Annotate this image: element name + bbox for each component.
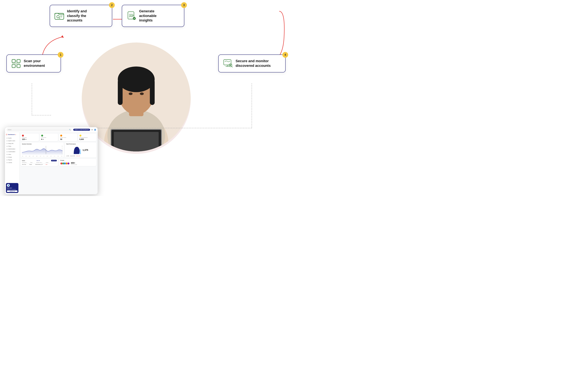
svg-rect-7 [118,79,122,105]
performance-donut [73,145,81,155]
sidebar-item-groups[interactable]: Groups [6,156,18,158]
system-users-value: 50 [60,138,76,140]
svg-text:3k: 3k [62,150,63,150]
stat-total-assets: Total Assets 4 + [40,134,58,141]
legend-s: ● S 313 [66,156,69,156]
dashboard-mockup: Search 🔍 Switch to Audit Dashboard ⚙ 👤 ⬡… [5,127,98,194]
generated-reports-icon [80,134,82,136]
groups-value: 400+ [71,162,77,164]
sidebar-item-assets[interactable]: Assets [6,137,18,139]
total-assets-icon [41,134,43,136]
sidebar-item-reports[interactable]: Reports [6,159,18,161]
users-table-card: Users View All Add User Username ↑ Role … [21,159,58,166]
total-users-icon [22,134,24,136]
dashboard-search[interactable]: Search 🔍 [6,128,72,132]
total-performance-title: Total Performance [66,144,95,144]
total-assets-label: Total Assets [41,137,57,138]
performance-legend: ● S 313 ● System 341 ● Others 12 [66,156,95,156]
total-users-label: Total Users [22,137,38,138]
sidebar-logo-text: Dashboard [8,134,15,135]
tables-row: Users View All Add User Username ↑ Role … [21,159,96,166]
step-number-2: 2 [109,2,115,8]
stat-system-users: System Users 50 [59,134,77,141]
legend-others: ● Others 12 [76,156,80,156]
users-view-all[interactable]: View All [36,160,40,161]
help-person-icon: 👤 [8,184,9,186]
step-title-2: Identify andclassify theaccounts [67,9,87,23]
step-number-4: 4 [282,52,288,58]
total-performance-card: Total Performance 1,375 [65,142,96,158]
svg-line-34 [232,66,232,67]
folder-icon [54,11,64,21]
step-card-3: 3 Generateactionableinsights [122,5,184,27]
sidebar-item-system-users[interactable]: System Users [6,140,18,142]
contact-us-button[interactable]: CONTACT US [7,190,18,192]
legend-system: ● System 341 [70,156,75,156]
svg-rect-18 [17,64,20,68]
dashboard-body: ⬡ Dashboard β Assets System Users Setup … [5,132,98,194]
sidebar-item-customisation[interactable]: Customisation [6,151,18,153]
scan-icon [11,59,21,68]
stats-row: Total Users 120 + Total Assets 4 + Syste… [21,134,96,141]
generated-reports-value: 5,600 [80,138,95,140]
step-title-1: Scan yourenvironment [24,59,45,68]
dashed-line-2 [32,115,51,116]
performance-value: 1,375 [82,149,88,151]
total-assets-value: 4 + [41,138,57,140]
edit-user-link[interactable]: Edit [46,164,47,165]
svg-point-28 [133,17,136,20]
svg-rect-16 [17,60,20,63]
performance-chart-area: 1,375 [66,145,95,155]
step-card-2: 2 Identify andclassify theaccounts [50,5,112,27]
switch-dashboard-button[interactable]: Switch to Audit Dashboard [73,129,90,131]
add-user-button[interactable]: Add User [51,160,57,162]
charts-row: Session Overview [21,142,96,158]
groups-content: 400+ Total Accounts [60,162,95,165]
help-box: 👤 Need help? Getting stuck somewhere CON… [6,183,18,193]
performance-value-container: 1,375 [82,149,88,151]
monitor-icon [223,59,233,68]
avatar-5 [67,162,70,164]
svg-point-9 [129,92,132,95]
groups-table-card: Groups 400+ [59,159,96,166]
sidebar-item-authentication[interactable]: Authentication [6,148,18,150]
help-title: Need help? [7,188,18,188]
groups-table-header: Groups [60,160,95,161]
sidebar-item-license[interactable]: License [6,162,18,164]
svg-text:4k: 4k [62,148,63,148]
groups-stats: 400+ Total Accounts [71,162,77,165]
system-users-icon [60,134,62,136]
dashboard-sidebar: ⬡ Dashboard β Assets System Users Setup … [5,132,20,194]
sidebar-item-policy[interactable]: Policy [6,145,18,147]
profile-icon: 👤 [94,129,96,130]
groups-table-title: Groups [60,160,64,161]
svg-point-10 [140,92,144,95]
svg-marker-35 [61,35,64,38]
main-container: 1 Scan yourenvironment 2 [0,0,292,196]
svg-text:1k: 1k [62,153,63,154]
svg-rect-29 [224,60,231,65]
svg-rect-13 [114,132,159,155]
sidebar-item-users[interactable]: Users [6,153,18,156]
svg-rect-8 [150,79,155,105]
step-title-4: Secure and monitordiscovered accounts [236,59,271,68]
svg-point-6 [118,66,155,92]
sidebar-item-setup-2fa[interactable]: Setup 2FA [6,142,18,144]
total-users-value: 120 + [22,138,38,140]
step-card-1: 1 Scan yourenvironment [6,54,61,72]
step-number-1: 1 [58,52,64,58]
system-users-label: System Users [60,137,76,138]
users-table-columns: Username ↑ Role ↑ System User ↑ Action [22,162,57,164]
dashboard-topbar: Search 🔍 Switch to Audit Dashboard ⚙ 👤 [5,127,98,132]
svg-text:5k: 5k [62,146,63,147]
generated-reports-label: Generated Reports [80,137,95,138]
table-row: John Doe Admin Administrator_00 Edit [22,164,57,165]
help-avatar: 👤 [7,184,10,187]
session-chart: 5k 4k 3k 2k 1k [22,145,62,155]
svg-rect-17 [12,64,15,68]
users-table-header: Users View All Add User [22,160,57,162]
help-subtitle: Getting stuck somewhere [7,189,18,190]
groups-avatars [60,162,70,164]
groups-label: Total Accounts [71,164,77,165]
stat-generated-reports: Generated Reports 5,600 [78,134,96,141]
